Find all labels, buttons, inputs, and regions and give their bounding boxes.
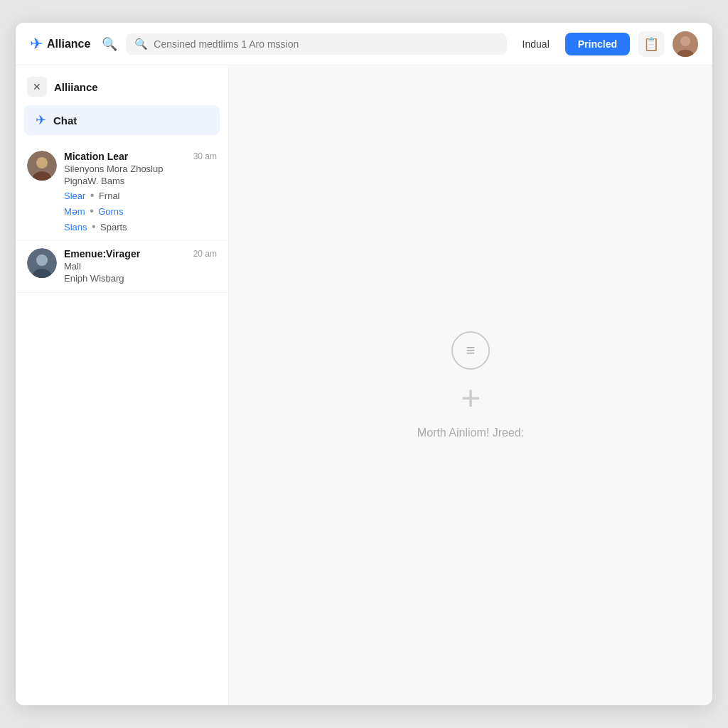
list-icon: ≡	[466, 341, 476, 360]
empty-plus-icon: +	[461, 381, 481, 415]
main-content: ✕ Alliiance ✈ Chat	[16, 65, 712, 705]
conversation-preview: Silenyons Mora Zhoslup	[64, 164, 217, 174]
tag-frnal: Frnal	[99, 191, 120, 201]
sidebar-header: ✕ Alliiance	[16, 65, 228, 102]
conversation-preview: Mall	[64, 261, 217, 272]
chat-nav-label: Chat	[53, 114, 77, 127]
workspace-title: Alliiance	[54, 81, 98, 93]
conversation-name: Emenue:Virager	[64, 248, 140, 259]
logo-icon: ✈	[30, 35, 43, 53]
conversation-sub: Eniph Wisbarg	[64, 273, 217, 284]
empty-icon: ≡	[451, 331, 490, 370]
conversation-name: Mication Lear	[64, 151, 128, 162]
conversation-tags-2: Mǝm • Gorns	[64, 205, 217, 218]
conversation-item[interactable]: Mication Lear 30 am Silenyons Mora Zhosl…	[16, 144, 228, 241]
princled-button[interactable]: Princled	[565, 33, 630, 55]
svg-point-1	[680, 36, 690, 46]
svg-point-4	[36, 157, 48, 168]
tag-gorns[interactable]: Gorns	[98, 206, 123, 217]
clipboard-button[interactable]: 📋	[638, 31, 664, 57]
header-right: Indual Princled 📋	[515, 31, 698, 57]
conversation-tags-1: Slear • Frnal	[64, 189, 217, 202]
conversation-sub: PignaW. Bams	[64, 176, 217, 186]
tag-sparts: Sparts	[100, 222, 127, 232]
sidebar: ✕ Alliiance ✈ Chat	[16, 65, 229, 705]
tag-slans[interactable]: Slans	[64, 222, 87, 232]
conversation-list: Mication Lear 30 am Silenyons Mora Zhosl…	[16, 138, 228, 705]
conversation-body: Mication Lear 30 am Silenyons Mora Zhosl…	[64, 151, 217, 233]
user-avatar[interactable]	[673, 31, 698, 57]
search-input[interactable]	[154, 38, 498, 50]
conversation-tags-3: Slans • Sparts	[64, 220, 217, 233]
individual-button[interactable]: Indual	[515, 34, 557, 54]
logo-text: Alliance	[47, 38, 90, 50]
tag-slear[interactable]: Slear	[64, 191, 85, 201]
logo-area: ✈ Alliance	[30, 35, 90, 53]
conversation-time: 20 am	[193, 249, 217, 259]
conversation-avatar	[27, 248, 57, 278]
chat-nav-icon: ✈	[36, 112, 46, 128]
search-bar-icon: 🔍	[134, 38, 148, 50]
empty-text: Morth Ainliom! Jreed:	[417, 427, 524, 439]
conversation-item[interactable]: Emenue:Virager 20 am Mall Eniph Wisbarg	[16, 241, 228, 293]
empty-state: ≡ + Morth Ainliom! Jreed:	[417, 331, 524, 439]
header: ✈ Alliance 🔍 🔍 Indual Princled 📋	[16, 23, 712, 65]
nav-item-chat[interactable]: ✈ Chat	[24, 105, 220, 135]
conversation-top-row: Mication Lear 30 am	[64, 151, 217, 162]
svg-point-7	[36, 255, 48, 266]
conversation-avatar	[27, 151, 57, 181]
close-sidebar-button[interactable]: ✕	[27, 77, 47, 97]
header-search-icon[interactable]: 🔍	[102, 36, 117, 52]
conversation-top-row: Emenue:Virager 20 am	[64, 248, 217, 259]
conversation-time: 30 am	[193, 151, 217, 161]
tag-mǝm[interactable]: Mǝm	[64, 206, 85, 217]
header-search-bar: 🔍	[126, 33, 506, 55]
app-window: ✈ Alliance 🔍 🔍 Indual Princled 📋	[16, 23, 712, 705]
right-panel: ≡ + Morth Ainliom! Jreed:	[229, 65, 712, 705]
conversation-body: Emenue:Virager 20 am Mall Eniph Wisbarg	[64, 248, 217, 285]
clipboard-icon: 📋	[643, 36, 659, 52]
